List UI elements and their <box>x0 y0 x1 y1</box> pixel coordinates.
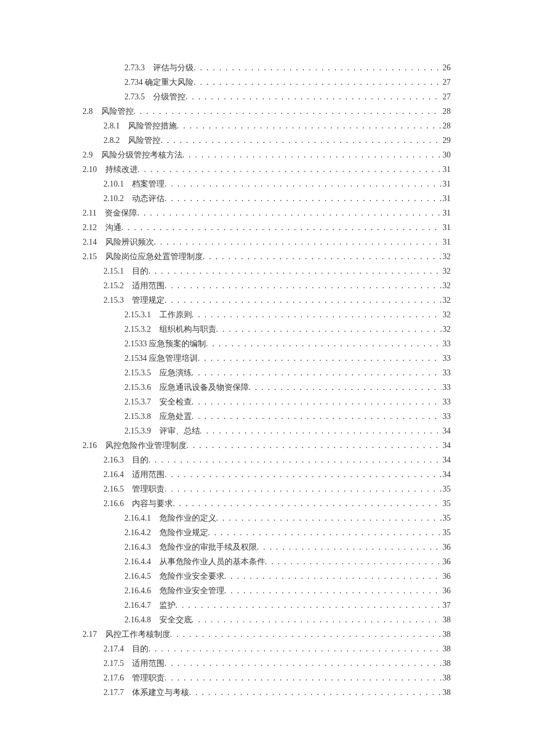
toc-entry: 2.15.3.9 评审、总结 34 <box>83 427 451 435</box>
toc-number: 2.1533 <box>124 339 147 348</box>
toc-entry: 2.16.4.3 危险作业的审批手续及权限 36 <box>83 543 451 551</box>
toc-title: 风险管控措施 <box>128 121 177 130</box>
toc-page-number: 33 <box>441 384 451 392</box>
toc-number: 2.15.3.1 <box>124 310 151 319</box>
toc-leader <box>216 325 442 334</box>
toc-entry: 2.16.3 目的 34 <box>83 456 451 464</box>
toc-page-number: 35 <box>441 485 451 493</box>
toc-leader <box>134 108 442 116</box>
toc-entry: 2.16.4.8 安全交底 38 <box>83 616 451 624</box>
toc-page-number: 36 <box>441 558 451 566</box>
toc-title: 管理规定 <box>132 296 165 304</box>
toc-title: 组织机构与职责 <box>159 325 216 334</box>
toc-leader <box>192 398 442 406</box>
toc-page-number: 36 <box>441 587 451 595</box>
toc-number: 2.15 <box>83 252 97 261</box>
toc-number: 2.15.3.2 <box>124 325 151 334</box>
toc-title: 安全检查 <box>159 397 192 406</box>
toc-number: 2.17.5 <box>104 659 124 668</box>
toc-number: 2.15.3.5 <box>124 368 151 377</box>
toc-leader <box>154 238 442 246</box>
toc-title: 应急管理培训 <box>149 354 198 363</box>
toc-page-number: 31 <box>441 195 451 203</box>
toc-title: 风险辨识频次 <box>105 238 154 246</box>
toc-entry: 2.1533 应急预案的编制 33 <box>83 340 451 348</box>
toc-page-number: 36 <box>441 572 451 581</box>
toc-leader <box>170 630 442 639</box>
toc-entry: 2.10.2 动态评估 31 <box>83 195 451 203</box>
toc-leader <box>194 78 441 87</box>
toc-leader <box>183 151 442 159</box>
toc-title: 从事危险作业人员的基本条件 <box>159 557 265 566</box>
toc-leader <box>192 311 442 319</box>
toc-number: 2.8 <box>83 107 93 116</box>
toc-number: 2.10 <box>83 165 97 174</box>
toc-title: 内容与要求 <box>132 499 173 508</box>
toc-leader <box>187 442 442 450</box>
toc-page-number: 32 <box>441 325 451 334</box>
toc-leader <box>165 660 441 668</box>
toc-leader <box>192 413 442 421</box>
toc-page-number: 26 <box>441 64 451 72</box>
toc-leader <box>160 137 441 145</box>
toc-entry: 2.16.4.5 危险作业安全要求 36 <box>83 572 451 581</box>
toc-page-number: 35 <box>441 529 451 537</box>
toc-number: 2.8.1 <box>104 121 120 130</box>
toc-title: 档案管理 <box>132 180 165 188</box>
toc-leader <box>257 543 442 551</box>
toc-page-number: 31 <box>441 209 451 217</box>
toc-title: 管理职责 <box>132 673 165 682</box>
toc-page-number: 31 <box>441 224 451 232</box>
toc-title: 风险分级管控考核方法 <box>101 151 183 159</box>
toc-leader <box>137 209 441 217</box>
toc-title: 体系建立与考核 <box>132 688 189 697</box>
toc-page-number: 29 <box>441 137 451 145</box>
toc-title: 持续改进 <box>105 165 138 174</box>
toc-page-number: 31 <box>441 166 451 174</box>
toc-title: 应急通讯设备及物资保障 <box>159 383 249 392</box>
toc-title: 分级管控 <box>153 92 186 101</box>
toc-title: 风险管控 <box>128 136 160 145</box>
toc-page-number: 38 <box>441 630 451 639</box>
toc-page-number: 32 <box>441 296 451 304</box>
toc-number: 2.16.4 <box>104 470 124 479</box>
toc-leader <box>165 180 441 188</box>
toc-page-number: 31 <box>441 180 451 188</box>
toc-page-number: 34 <box>441 471 451 479</box>
toc-entry: 2.16.4.4 从事危险作业人员的基本条件 36 <box>83 558 451 566</box>
toc-entry: 2.16.4.2 危险作业规定 35 <box>83 529 451 537</box>
toc-entry: 2.1534 应急管理培训 33 <box>83 354 451 363</box>
toc-entry: 2.15.3.7 安全检查 33 <box>83 398 451 406</box>
toc-page-number: 33 <box>441 369 451 377</box>
toc-title: 目的 <box>132 644 148 653</box>
toc-page-number: 33 <box>441 398 451 406</box>
toc-number: 2.17.7 <box>104 688 124 697</box>
toc-list: 2.73.3 评估与分级 262.734 确定重大风险 272.73.5 分级管… <box>83 64 451 697</box>
toc-leader <box>189 689 441 697</box>
toc-page-number: 33 <box>441 413 451 421</box>
toc-number: 2.15.3.8 <box>124 412 151 421</box>
toc-number: 2.16.4.6 <box>124 586 151 595</box>
toc-entry: 2.8 风险管控 28 <box>83 108 451 116</box>
toc-page-number: 30 <box>441 151 451 159</box>
toc-title: 适用范围 <box>132 470 165 479</box>
toc-page-number: 38 <box>441 674 451 682</box>
toc-title: 动态评估 <box>132 194 165 203</box>
toc-number: 2.73.5 <box>124 92 145 101</box>
toc-leader <box>194 64 441 72</box>
toc-number: 2.15.2 <box>104 281 124 290</box>
toc-entry: 2.17.4 目的 38 <box>83 645 451 653</box>
toc-entry: 2.16.4.1 危险作业的定义 35 <box>83 514 451 522</box>
toc-page-number: 32 <box>441 311 451 319</box>
toc-page-number: 28 <box>441 108 451 116</box>
toc-entry: 2.16.6 内容与要求 35 <box>83 500 451 508</box>
toc-leader <box>176 601 442 610</box>
toc-number: 2.11 <box>83 209 97 217</box>
toc-leader <box>224 587 442 595</box>
toc-page-number: 32 <box>441 267 451 275</box>
toc-entry: 2.9 风险分级管控考核方法 30 <box>83 151 451 159</box>
toc-title: 应急演练 <box>159 368 192 377</box>
toc-entry: 2.73.5 分级管控 27 <box>83 93 451 101</box>
toc-title: 风控危险作业管理制度 <box>105 441 187 450</box>
toc-title: 危险作业安全要求 <box>159 572 224 581</box>
